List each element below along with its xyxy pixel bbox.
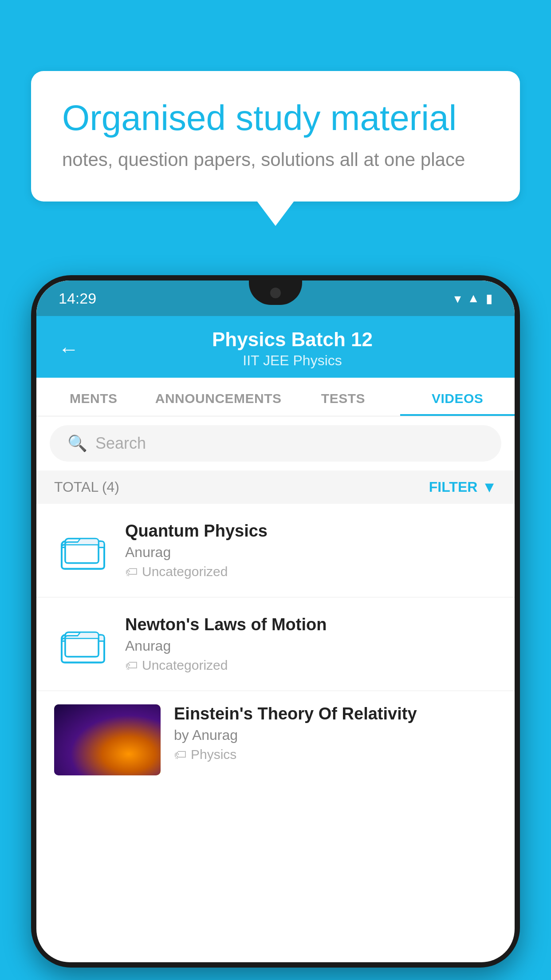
search-container: 🔍 Search xyxy=(36,416,515,470)
video-title: Einstein's Theory Of Relativity xyxy=(174,704,497,723)
tag-label: Uncategorized xyxy=(142,564,228,579)
tag-label: Physics xyxy=(191,747,236,762)
video-title: Newton's Laws of Motion xyxy=(125,615,497,634)
list-item[interactable]: Newton's Laws of Motion Anurag 🏷 Uncateg… xyxy=(36,597,515,691)
video-author: by Anurag xyxy=(174,727,497,743)
video-title: Quantum Physics xyxy=(125,522,497,541)
video-info: Newton's Laws of Motion Anurag 🏷 Uncateg… xyxy=(125,615,497,673)
tab-ments[interactable]: MENTS xyxy=(36,378,151,416)
video-tag: 🏷 Uncategorized xyxy=(125,564,497,579)
tag-label: Uncategorized xyxy=(142,658,228,673)
bubble-title: Organised study material xyxy=(62,98,489,138)
folder-thumbnail xyxy=(54,522,112,579)
video-info: Quantum Physics Anurag 🏷 Uncategorized xyxy=(125,522,497,579)
phone-notch xyxy=(249,281,302,305)
header-title: Physics Batch 12 xyxy=(92,328,492,351)
tabs-bar: MENTS ANNOUNCEMENTS TESTS VIDEOS xyxy=(36,378,515,416)
search-icon: 🔍 xyxy=(67,434,87,453)
filter-button[interactable]: FILTER ▼ xyxy=(429,478,497,496)
phone-screen: 14:29 ▾ ▲ ▮ ← Physics Batch 12 IIT JEE P… xyxy=(36,281,515,962)
tab-announcements[interactable]: ANNOUNCEMENTS xyxy=(151,378,286,416)
header-center: Physics Batch 12 IIT JEE Physics xyxy=(92,328,492,369)
tab-videos[interactable]: VIDEOS xyxy=(400,378,515,416)
wifi-icon: ▾ xyxy=(454,291,461,306)
phone-outer-frame: 14:29 ▾ ▲ ▮ ← Physics Batch 12 IIT JEE P… xyxy=(31,275,520,968)
video-tag: 🏷 Uncategorized xyxy=(125,658,497,673)
phone-device: 14:29 ▾ ▲ ▮ ← Physics Batch 12 IIT JEE P… xyxy=(31,275,520,980)
filter-bar: TOTAL (4) FILTER ▼ xyxy=(36,470,515,504)
app-header: ← Physics Batch 12 IIT JEE Physics xyxy=(36,316,515,378)
tag-icon: 🏷 xyxy=(174,747,186,762)
camera-dot xyxy=(270,288,281,298)
battery-icon: ▮ xyxy=(486,291,492,306)
tag-icon: 🏷 xyxy=(125,565,138,579)
video-info: Einstein's Theory Of Relativity by Anura… xyxy=(174,704,497,762)
video-author: Anurag xyxy=(125,638,497,654)
signal-icon: ▲ xyxy=(467,291,480,305)
speech-bubble-card: Organised study material notes, question… xyxy=(31,71,520,202)
search-placeholder: Search xyxy=(95,434,146,453)
tab-tests[interactable]: TESTS xyxy=(286,378,401,416)
list-item[interactable]: Einstein's Theory Of Relativity by Anura… xyxy=(36,691,515,789)
filter-funnel-icon: ▼ xyxy=(482,478,497,496)
bubble-subtitle: notes, question papers, solutions all at… xyxy=(62,149,489,170)
list-item[interactable]: Quantum Physics Anurag 🏷 Uncategorized xyxy=(36,504,515,597)
video-author: Anurag xyxy=(125,544,497,561)
video-tag: 🏷 Physics xyxy=(174,747,497,762)
video-list: Quantum Physics Anurag 🏷 Uncategorized xyxy=(36,504,515,789)
video-thumbnail xyxy=(54,704,161,775)
folder-thumbnail xyxy=(54,615,112,673)
total-label: TOTAL (4) xyxy=(54,479,119,495)
status-bar: 14:29 ▾ ▲ ▮ xyxy=(36,281,515,316)
back-button[interactable]: ← xyxy=(59,337,79,361)
search-bar[interactable]: 🔍 Search xyxy=(50,425,501,462)
filter-label: FILTER xyxy=(429,479,478,495)
folder-icon xyxy=(61,528,105,573)
folder-icon xyxy=(61,622,105,666)
tag-icon: 🏷 xyxy=(125,658,138,673)
status-icons: ▾ ▲ ▮ xyxy=(454,291,492,306)
status-time: 14:29 xyxy=(59,290,96,307)
header-subtitle: IIT JEE Physics xyxy=(92,352,492,369)
